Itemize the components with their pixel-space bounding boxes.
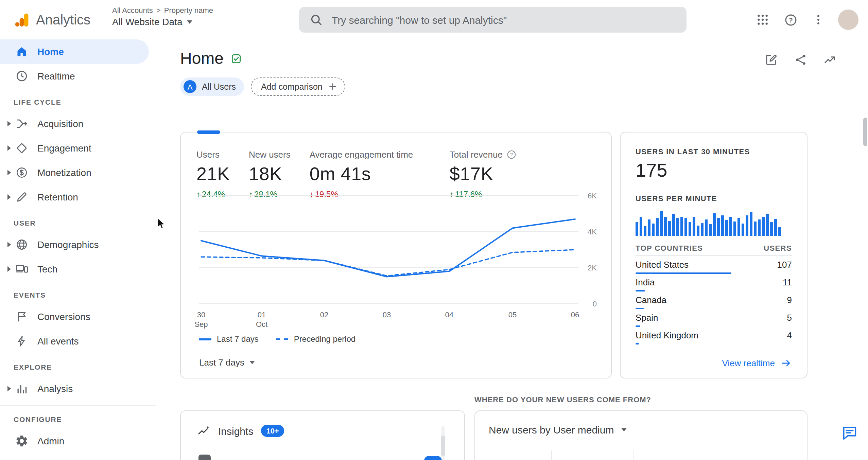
country-row-spain[interactable]: Spain5	[636, 313, 792, 327]
sidebar-item-monetization[interactable]: Monetization	[0, 160, 156, 185]
sidebar-item-demographics[interactable]: Demographics	[0, 232, 156, 257]
minute-bar	[660, 211, 663, 236]
expand-chevron-icon[interactable]	[6, 241, 15, 248]
expand-chevron-icon[interactable]	[6, 145, 15, 152]
country-name: United States	[636, 260, 689, 270]
country-progress-bar	[636, 272, 731, 274]
sidebar-item-home[interactable]: Home	[0, 39, 149, 64]
sidebar-item-analysis[interactable]: Analysis	[0, 376, 156, 401]
overview-card: Users21K↑24.4%New users18K↑28.1%Average …	[180, 132, 612, 378]
sidebar-section-user: USER	[14, 217, 156, 228]
svg-text:04: 04	[445, 311, 453, 319]
minute-bar	[737, 218, 740, 236]
users-30min-label: USERS IN LAST 30 MINUTES	[636, 147, 792, 156]
share-button[interactable]	[793, 52, 809, 68]
sidebar-item-realtime[interactable]: Realtime	[0, 64, 156, 88]
more-options-button[interactable]	[810, 12, 827, 28]
sidebar-item-label: All events	[37, 336, 79, 347]
svg-text:Sep: Sep	[194, 320, 208, 329]
insights-scrollbar-thumb[interactable]	[441, 436, 445, 456]
chevron-down-icon	[621, 428, 627, 431]
minute-bar	[648, 219, 650, 236]
sidebar-item-acquisition[interactable]: Acquisition	[0, 111, 156, 136]
minute-bar	[762, 217, 765, 236]
account-breadcrumb-block[interactable]: All Accounts > Property name All Website…	[112, 6, 213, 27]
expand-chevron-icon[interactable]	[6, 120, 15, 127]
sidebar-item-admin[interactable]: Admin	[0, 429, 156, 453]
search-input[interactable]	[332, 14, 676, 25]
minute-bar	[709, 224, 712, 236]
sidebar-item-conversions[interactable]: Conversions	[0, 304, 156, 329]
insights-count-badge[interactable]: 10+	[261, 425, 284, 437]
country-row-india[interactable]: India11	[636, 277, 792, 291]
home-icon	[15, 45, 29, 58]
apps-grid-button[interactable]	[754, 12, 771, 28]
view-realtime-label: View realtime	[722, 358, 775, 368]
chip-avatar: A	[184, 80, 196, 93]
all-users-chip[interactable]: A All Users	[180, 77, 244, 96]
sidebar-item-engagement[interactable]: Engagement	[0, 136, 156, 160]
acquisition-icon	[15, 117, 29, 130]
logo-area[interactable]: Analytics	[14, 0, 90, 39]
customize-report-button[interactable]	[763, 52, 780, 68]
minute-bar	[746, 215, 748, 236]
expand-chevron-icon	[6, 338, 15, 344]
users-30min-value: 175	[636, 160, 792, 181]
minute-bar	[680, 217, 683, 236]
expand-chevron-icon	[6, 438, 15, 444]
expand-chevron-icon[interactable]	[6, 266, 15, 272]
property-selector-label: All Website Data	[112, 16, 182, 27]
insights-button[interactable]	[822, 52, 838, 68]
expand-chevron-icon	[6, 48, 15, 55]
breadcrumb-property: Property name	[164, 6, 213, 14]
page-scrollbar-thumb[interactable]	[863, 118, 867, 146]
feedback-chat-button[interactable]	[841, 424, 858, 442]
add-comparison-label: Add comparison	[261, 82, 323, 91]
minute-bar	[725, 220, 728, 236]
property-selector[interactable]: All Website Data	[112, 16, 213, 27]
date-range-selector[interactable]: Last 7 days	[199, 357, 255, 368]
plus-icon	[328, 82, 338, 92]
sidebar-item-label: Acquisition	[37, 118, 83, 129]
date-range-label: Last 7 days	[199, 357, 244, 368]
card-page-indicator[interactable]	[197, 130, 220, 134]
country-row-united-states[interactable]: United States107	[636, 260, 792, 274]
events-icon	[15, 334, 29, 348]
minute-bar	[676, 218, 679, 236]
minute-bar	[656, 218, 659, 236]
expand-chevron-icon[interactable]	[6, 385, 15, 392]
country-line: Spain5	[636, 313, 792, 323]
minute-bar	[636, 222, 638, 236]
expand-chevron-icon[interactable]	[6, 194, 15, 200]
sidebar-item-label: Demographics	[37, 239, 99, 250]
svg-text:30: 30	[197, 311, 205, 319]
minute-bar	[774, 219, 777, 236]
sidebar-item-all-events[interactable]: All events	[0, 329, 156, 353]
help-button[interactable]: ?	[782, 12, 799, 28]
users-per-minute-chart	[636, 208, 792, 236]
chevron-down-icon	[249, 361, 255, 364]
insight-item-icon	[198, 455, 211, 460]
search-bar[interactable]	[299, 7, 687, 33]
country-progress-bar	[636, 343, 639, 344]
country-name: India	[636, 277, 655, 288]
svg-text:0: 0	[593, 300, 597, 308]
country-row-canada[interactable]: Canada9	[636, 295, 792, 309]
sidebar-item-retention[interactable]: Retention	[0, 185, 156, 209]
gear-icon	[15, 434, 29, 448]
country-row-united-kingdom[interactable]: United Kingdom4	[636, 330, 792, 344]
view-realtime-link[interactable]: View realtime	[722, 357, 792, 369]
table-column-divider	[633, 450, 634, 460]
minute-bar	[693, 217, 695, 236]
minute-bar	[721, 215, 724, 236]
expand-chevron-icon[interactable]	[6, 169, 15, 176]
user-avatar[interactable]	[838, 10, 858, 30]
minute-bar	[701, 223, 704, 236]
add-comparison-button[interactable]: Add comparison	[251, 77, 346, 96]
clock-icon	[15, 69, 29, 83]
sidebar-item-tech[interactable]: Tech	[0, 257, 156, 281]
svg-text:06: 06	[571, 311, 579, 319]
new-users-card-header[interactable]: New users by User medium	[489, 424, 627, 436]
svg-text:02: 02	[320, 311, 328, 319]
svg-text:03: 03	[383, 311, 391, 319]
